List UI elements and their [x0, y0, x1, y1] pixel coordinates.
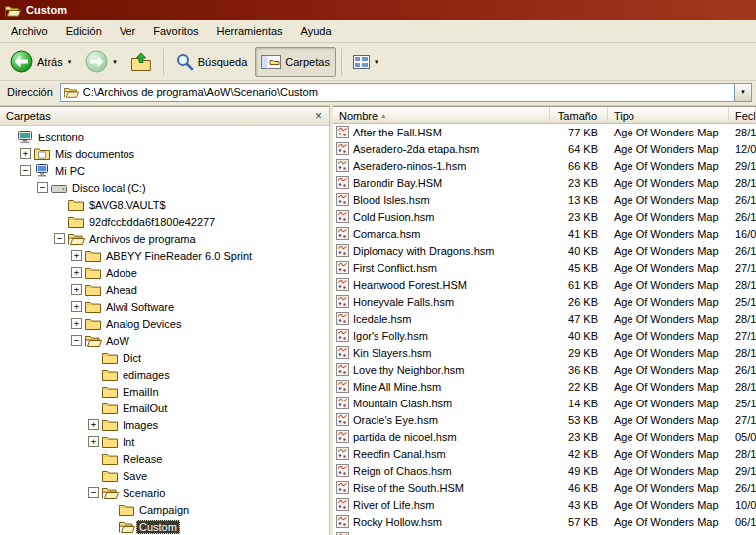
tree-item-ahead[interactable]: +Ahead	[0, 281, 329, 298]
expand-toggle[interactable]: +	[88, 419, 99, 430]
menu-edici-n[interactable]: Edición	[57, 22, 111, 41]
file-row-cold-fusion-hsm[interactable]: Cold Fusion.hsm23 KBAge Of Wonders Map26…	[333, 208, 756, 225]
file-row-partida-de-nicoel-hsm[interactable]: partida de nicoel.hsm23 KBAge Of Wonders…	[333, 428, 756, 445]
file-name: Oracle's Eye.hsm	[353, 414, 438, 426]
map-file-icon	[336, 397, 349, 409]
tree-item-scenario[interactable]: −Scenario	[0, 484, 329, 501]
file-row-river-of-life-hsm[interactable]: River of Life.hsm43 KBAge Of Wonders Map…	[333, 496, 756, 513]
file-row-aseradero-ninos-1-hsm[interactable]: Aseradero-ninos-1.hsm66 KBAge Of Wonders…	[333, 157, 756, 174]
address-value[interactable]: C:\Archivos de programa\AoW\Scenario\Cus…	[83, 86, 730, 98]
file-row-kin-slayers-hsm[interactable]: Kin Slayers.hsm29 KBAge Of Wonders Map28…	[333, 344, 756, 361]
tree-item-images[interactable]: +Images	[0, 416, 329, 433]
tree-item-dict[interactable]: Dict	[0, 349, 329, 366]
expand-toggle[interactable]: +	[71, 267, 82, 278]
file-row-heartwood-forest-hsm[interactable]: Heartwood Forest.HSM61 KBAge Of Wonders …	[333, 276, 756, 293]
menu-herramientas[interactable]: Herramientas	[208, 22, 292, 41]
views-dropdown-caret[interactable]: ▾	[375, 58, 378, 65]
column-header-tipo[interactable]: Tipo	[608, 107, 729, 124]
file-row-aseradero-2da-etapa-hsm[interactable]: Aseradero-2da etapa.hsm64 KBAge Of Wonde…	[333, 140, 756, 157]
tree-item-save[interactable]: Save	[0, 467, 329, 484]
tree-item-archivos-de-programa[interactable]: −Archivos de programa	[0, 230, 329, 247]
expand-toggle[interactable]: +	[71, 250, 82, 261]
folder-icon	[102, 385, 120, 398]
tree-item-campaign[interactable]: Campaign	[0, 501, 329, 518]
file-row-reign-of-chaos-hsm[interactable]: Reign of Chaos.hsm49 KBAge Of Wonders Ma…	[333, 462, 756, 479]
back-dropdown-caret[interactable]: ▾	[68, 58, 72, 65]
file-row-thinreed-lake-hsm[interactable]: Thinreed Lake.hsm36 KBAge Of Wonders Map…	[333, 530, 756, 535]
tree-item-adobe[interactable]: +Adobe	[0, 264, 329, 281]
tree-item-custom[interactable]: Custom	[0, 518, 329, 535]
tree-item-aow[interactable]: −AoW	[0, 332, 329, 349]
column-header-tama-o[interactable]: Tamaño	[550, 107, 608, 124]
file-row-first-conflict-hsm[interactable]: First Conflict.hsm45 KBAge Of Wonders Ma…	[333, 259, 756, 276]
file-size: 45 KB	[550, 262, 608, 274]
file-row-icedale-hsm[interactable]: Icedale.hsm47 KBAge Of Wonders Map28/1	[333, 310, 756, 327]
file-row-rise-of-the-south-hsm[interactable]: Rise of the South.HSM46 KBAge Of Wonders…	[333, 479, 756, 496]
tree-item-92dfccbdda6f1800e42277[interactable]: 92dfccbdda6f1800e42277	[0, 213, 329, 230]
tree-item-escritorio[interactable]: Escritorio	[0, 129, 329, 145]
forward-button[interactable]: ▾	[79, 47, 123, 77]
expand-toggle[interactable]: +	[71, 301, 82, 312]
menu-archivo[interactable]: Archivo	[2, 22, 57, 41]
address-combo[interactable]: C:\Archivos de programa\AoW\Scenario\Cus…	[60, 83, 752, 102]
expand-toggle[interactable]: +	[71, 284, 82, 295]
tree-item-emailin[interactable]: EmailIn	[0, 383, 329, 400]
tree-item-disco-local-c[interactable]: −Disco local (C:)	[0, 179, 329, 196]
file-row-mountain-clash-hsm[interactable]: Mountain Clash.hsm14 KBAge Of Wonders Ma…	[333, 395, 756, 411]
column-header-nombre[interactable]: Nombre▴	[333, 107, 550, 124]
tree-item-analog-devices[interactable]: +Analog Devices	[0, 315, 329, 332]
views-button[interactable]: ▾	[347, 47, 384, 77]
forward-dropdown-caret[interactable]: ▾	[113, 58, 117, 65]
tree-item-label: Mis documentos	[52, 147, 137, 161]
expand-toggle[interactable]: +	[71, 318, 82, 329]
folder-icon	[85, 249, 103, 262]
menu-ayuda[interactable]: Ayuda	[292, 22, 341, 41]
folders-panel-title: Carpetas	[6, 110, 51, 122]
tree-item-release[interactable]: Release	[0, 450, 329, 467]
close-folders-button[interactable]: ×	[313, 110, 324, 122]
file-row-reedfin-canal-hsm[interactable]: Reedfin Canal.hsm42 KBAge Of Wonders Map…	[333, 445, 756, 462]
file-row-oracle-s-eye-hsm[interactable]: Oracle's Eye.hsm53 KBAge Of Wonders Map2…	[333, 411, 756, 428]
tree-item-mi-pc[interactable]: −Mi PC	[0, 162, 329, 179]
file-row-diplomacy-with-dragons-hsm[interactable]: Diplomacy with Dragons.hsm40 KBAge Of Wo…	[333, 242, 756, 259]
file-row-rocky-hollow-hsm[interactable]: Rocky Hollow.hsm57 KBAge Of Wonders Map0…	[333, 513, 756, 530]
file-type: Age Of Wonders Map	[608, 516, 729, 528]
file-row-igor-s-folly-hsm[interactable]: Igor's Folly.hsm40 KBAge Of Wonders Map2…	[333, 327, 756, 344]
file-row-honeyvale-falls-hsm[interactable]: Honeyvale Falls.hsm26 KBAge Of Wonders M…	[333, 293, 756, 310]
tree-item-avg8-vault[interactable]: $AVG8.VAULT$	[0, 196, 329, 213]
file-row-after-the-fall-hsm[interactable]: After the Fall.HSM77 KBAge Of Wonders Ma…	[333, 124, 756, 140]
tree-item-emailout[interactable]: EmailOut	[0, 400, 329, 416]
tree-item-alwil-software[interactable]: +Alwil Software	[0, 298, 329, 315]
expand-toggle[interactable]: +	[88, 436, 99, 447]
up-button[interactable]	[125, 47, 158, 77]
titlebar[interactable]: Custom	[0, 0, 756, 20]
folder-open-icon	[119, 520, 136, 533]
back-button[interactable]: Atrás ▾	[4, 47, 77, 77]
file-date: 10/0	[729, 499, 756, 511]
folder-icon	[102, 452, 120, 465]
tree-item-int[interactable]: +Int	[0, 433, 329, 450]
file-row-comarca-hsm[interactable]: Comarca.hsm41 KBAge Of Wonders Map16/0	[333, 225, 756, 242]
menu-favoritos[interactable]: Favoritos	[144, 22, 207, 41]
file-row-blood-isles-hsm[interactable]: Blood Isles.hsm13 KBAge Of Wonders Map26…	[333, 191, 756, 208]
tree-item-abbyy-finereader-6-0-sprint[interactable]: +ABBYY FineReader 6.0 Sprint	[0, 247, 329, 264]
collapse-toggle[interactable]: −	[88, 487, 99, 498]
column-header-fech[interactable]: Fech	[729, 107, 756, 124]
address-dropdown-button[interactable]: ▼	[734, 84, 751, 101]
tree-item-edimages[interactable]: edimages	[0, 366, 329, 383]
folders-button[interactable]: Carpetas	[255, 47, 336, 77]
search-button[interactable]: Búsqueda	[169, 47, 254, 77]
tree-item-mis-documentos[interactable]: +Mis documentos	[0, 145, 329, 162]
collapse-toggle[interactable]: −	[54, 233, 65, 244]
file-row-mine-all-mine-hsm[interactable]: Mine All Mine.hsm22 KBAge Of Wonders Map…	[333, 378, 756, 395]
file-size: 43 KB	[550, 499, 608, 511]
menu-ver[interactable]: Ver	[111, 22, 145, 41]
collapse-toggle[interactable]: −	[71, 335, 82, 346]
collapse-toggle[interactable]: −	[37, 182, 48, 193]
file-row-barondir-bay-hsm[interactable]: Barondir Bay.HSM23 KBAge Of Wonders Map2…	[333, 174, 756, 191]
file-row-love-thy-neighbor-hsm[interactable]: Love thy Neighbor.hsm36 KBAge Of Wonders…	[333, 361, 756, 378]
file-size: 29 KB	[550, 347, 608, 359]
file-type: Age Of Wonders Map	[608, 381, 729, 393]
collapse-toggle[interactable]: −	[20, 165, 31, 176]
expand-toggle[interactable]: +	[20, 148, 31, 159]
